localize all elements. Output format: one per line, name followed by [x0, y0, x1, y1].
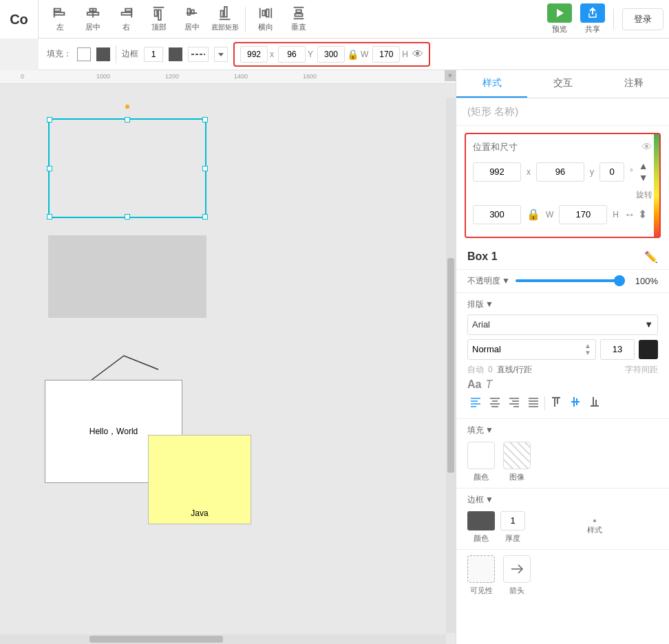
bold-icon[interactable]: Aa	[467, 378, 481, 391]
tab-interaction[interactable]: 交互	[527, 70, 598, 98]
font-style-select[interactable]: Normal ▲ ▼	[467, 339, 596, 360]
handle-tl[interactable]	[47, 117, 52, 122]
panel-x-input[interactable]	[473, 162, 521, 182]
fill-transparent-box[interactable]	[77, 47, 91, 61]
scrollbar-h-thumb[interactable]	[89, 636, 223, 643]
align-right-btn[interactable]: 右	[110, 3, 142, 36]
align-left-btn[interactable]: 左	[44, 3, 76, 36]
font-color-picker[interactable]	[639, 340, 658, 359]
fill-image-swatch[interactable]	[503, 442, 531, 469]
fill-image-option[interactable]: 图像	[503, 442, 531, 482]
valign-middle-btn[interactable]	[567, 394, 584, 410]
ruler-scroll-btn[interactable]: ▼	[445, 70, 456, 81]
valign-bottom-btn[interactable]	[586, 394, 603, 410]
font-family-select[interactable]: Arial ▼	[467, 314, 658, 335]
tab-style[interactable]: 样式	[456, 70, 527, 98]
x-label: x	[270, 50, 274, 59]
visibility-option[interactable]: 可见性	[467, 555, 495, 596]
preview-btn[interactable]: 预览	[547, 3, 572, 34]
fill-color-swatch[interactable]	[467, 442, 495, 469]
x-input[interactable]	[240, 46, 268, 63]
svg-rect-9	[155, 10, 158, 16]
w-input[interactable]	[317, 46, 345, 63]
h-input[interactable]	[372, 46, 400, 63]
java-box[interactable]: Java	[148, 435, 251, 524]
visibility-swatch[interactable]	[467, 555, 495, 583]
opacity-slider[interactable]	[516, 279, 625, 282]
share-btn[interactable]: 共享	[580, 3, 605, 34]
border-color-box[interactable]	[169, 47, 182, 61]
border-thickness-option: 厚度	[500, 511, 525, 544]
box-name-section: Box 1 ✏️	[456, 245, 669, 270]
share-label: 共享	[585, 24, 600, 34]
align-top-btn[interactable]: 顶部	[143, 3, 175, 36]
canvas-scrollbar-v[interactable]	[446, 98, 456, 633]
fill-color-box[interactable]	[96, 47, 110, 61]
handle-tm[interactable]	[125, 117, 130, 122]
align-right-text-btn[interactable]	[506, 394, 522, 410]
border-more-btn[interactable]	[214, 47, 228, 62]
svg-rect-7	[122, 12, 132, 15]
handle-br[interactable]	[202, 214, 208, 219]
rotation-dot	[125, 105, 129, 109]
border-style-btn[interactable]	[188, 47, 209, 62]
svg-rect-49	[573, 397, 575, 407]
panel-h-input[interactable]	[559, 205, 607, 224]
svg-rect-45	[552, 397, 560, 398]
border-thickness-input[interactable]	[500, 511, 525, 530]
shape-name-field[interactable]: (矩形 名称)	[456, 98, 669, 126]
opacity-slider-thumb[interactable]	[614, 275, 625, 286]
align-center-btn[interactable]: 居中	[77, 3, 109, 36]
italic-icon[interactable]: T	[485, 378, 492, 391]
y-field: Y	[278, 46, 313, 63]
position-toolbar: 填充： 边框 x Y	[39, 39, 669, 70]
main-toolbar: 左 居中 右	[39, 0, 669, 39]
panel-w-input[interactable]	[473, 205, 521, 224]
align-middle-btn[interactable]: 居中	[176, 3, 208, 36]
border-style-swatch[interactable]	[593, 519, 596, 522]
scrollbar-v-thumb[interactable]	[447, 258, 454, 472]
size-text-icon[interactable]: ⬍	[638, 208, 647, 221]
align-center-text-btn[interactable]	[487, 394, 503, 410]
align-bottom-btn[interactable]: 底部矩形	[209, 3, 241, 36]
svg-rect-16	[224, 6, 227, 17]
canvas-area[interactable]: ▼ 0 1000 1200 1400 1600	[0, 70, 456, 644]
canvas-content[interactable]: Hello，World Java	[0, 84, 456, 644]
border-color-swatch[interactable]	[467, 511, 495, 530]
visibility-eye-icon[interactable]: 👁	[412, 48, 423, 61]
handle-tr[interactable]	[202, 117, 208, 122]
login-button[interactable]: 登录	[622, 8, 663, 30]
fill-options: 颜色 图像	[467, 442, 658, 482]
svg-rect-6	[125, 9, 131, 12]
position-eye-icon[interactable]: 👁	[641, 141, 652, 153]
panel-lock-icon[interactable]: 🔒	[527, 208, 540, 221]
handle-mr[interactable]	[202, 166, 208, 171]
border-dropdown-icon: ▼	[485, 495, 493, 504]
distribute-h-btn[interactable]: 横向	[250, 3, 282, 36]
tab-annotation[interactable]: 注释	[598, 70, 669, 98]
valign-top-btn[interactable]	[548, 394, 564, 410]
align-justify-text-btn[interactable]	[525, 394, 542, 410]
font-size-input[interactable]	[600, 339, 635, 360]
handle-ml[interactable]	[47, 166, 52, 171]
handle-bm[interactable]	[125, 214, 130, 219]
handle-bl[interactable]	[47, 214, 52, 219]
arrow-option[interactable]: 箭头	[503, 555, 531, 596]
align-left-text-btn[interactable]	[467, 394, 484, 410]
canvas-scrollbar-h[interactable]	[0, 634, 446, 644]
arrow-swatch[interactable]	[503, 555, 531, 583]
hello-text: Hello，World	[89, 426, 138, 438]
fill-color-option[interactable]: 颜色	[467, 442, 495, 482]
panel-y-input[interactable]	[536, 162, 584, 182]
distribute-v-btn[interactable]: 垂直	[283, 3, 315, 36]
selected-rectangle[interactable]	[48, 118, 206, 218]
panel-h-label: H	[613, 210, 619, 219]
size-equal-icon[interactable]: ↔	[624, 208, 635, 221]
y-input[interactable]	[278, 46, 306, 63]
panel-w-label: W	[546, 210, 553, 219]
edit-name-icon[interactable]: ✏️	[644, 250, 658, 264]
gray-rectangle[interactable]	[48, 235, 206, 318]
border-value-input[interactable]	[144, 47, 163, 62]
rotate-btn[interactable]: ▲ ▼	[639, 160, 648, 184]
panel-rotate-input[interactable]	[599, 162, 624, 182]
